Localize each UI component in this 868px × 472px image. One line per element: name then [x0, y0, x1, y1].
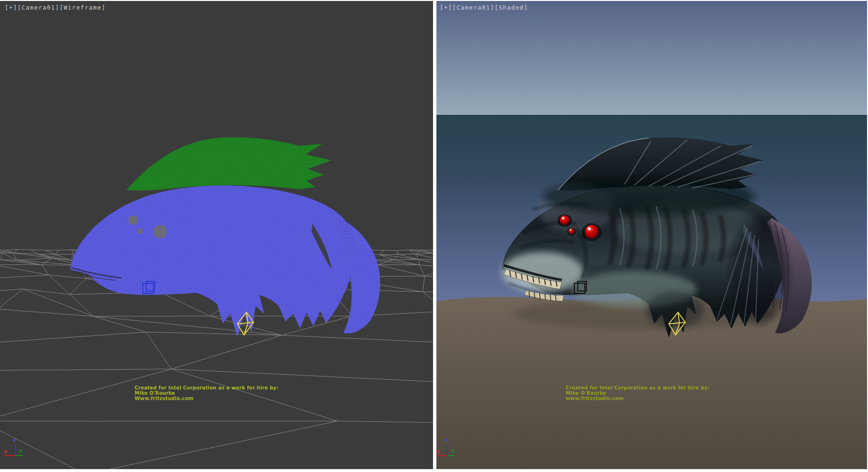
axis-z-label: z [13, 437, 16, 443]
axis-y-arm [15, 455, 23, 456]
credit-text: Created for Intel Corporation as a work … [135, 385, 279, 401]
axis-y-label: y [19, 448, 22, 453]
axis-z-arm [447, 444, 448, 456]
axis-z-arm [15, 444, 16, 456]
axis-x-arm [436, 455, 448, 456]
axis-x-label: x [4, 449, 7, 454]
credit-line-2: Mike O'Rourke [566, 390, 710, 396]
credit-line-1: Created for Intel Corporation as a work … [566, 385, 710, 390]
credit-line-3: Www.fritzstudio.com [135, 396, 279, 401]
sky [436, 1, 867, 116]
viewport-wireframe[interactable]: [+][Camera01][Wireframe] Created for Int… [0, 1, 433, 469]
axis-y-label: y [451, 448, 454, 453]
viewport-label-shaded[interactable]: [+][Camera01][Shaded] [440, 4, 528, 11]
credit-line-2: Mike O'Rourke [135, 390, 279, 396]
credit-line-3: www.fritzstudio.com [566, 396, 710, 401]
axis-x-label: x [436, 449, 440, 454]
world-axis-tripod: x y z [436, 437, 470, 463]
viewport-label-wireframe[interactable]: [+][Camera01][Wireframe] [5, 4, 106, 11]
world-axis-tripod: x y z [0, 437, 34, 463]
viewport-divider [433, 0, 436, 472]
axis-x-arm [4, 455, 15, 456]
viewport-canvas: [+][Camera01][Wireframe] Created for Int… [0, 0, 868, 472]
fish-model-wireframe[interactable] [70, 138, 380, 337]
axis-z-label: z [445, 437, 448, 443]
credit-text: Created for Intel Corporation as a work … [566, 385, 710, 401]
viewport-shaded[interactable]: [+][Camera01][Shaded] Created for Intel … [436, 1, 867, 469]
wireframe-stipple [70, 138, 380, 337]
credit-line-1: Created for Intel Corporation as a work … [135, 385, 279, 390]
axis-y-arm [448, 455, 455, 456]
frame-border-bottom [0, 469, 868, 472]
